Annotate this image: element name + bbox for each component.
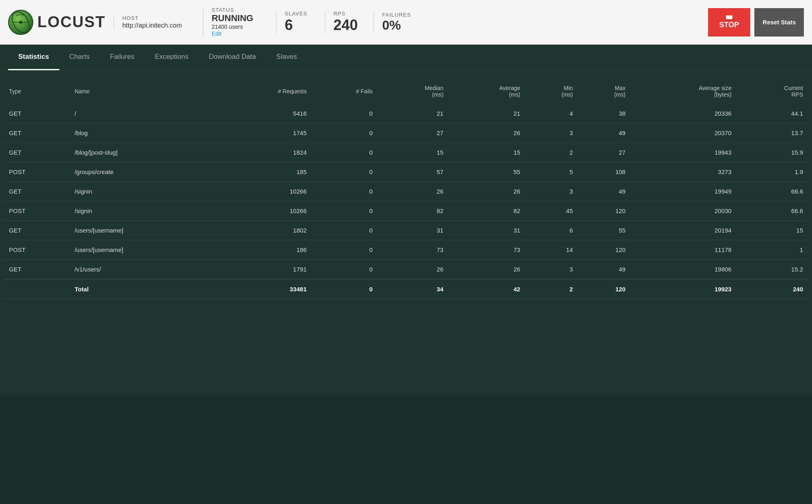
col-fails: # Fails [311,79,378,104]
cell-requests: 1745 [216,123,311,143]
cell-max: 120 [578,201,631,221]
tab-charts[interactable]: Charts [59,45,100,70]
cell-average: 82 [448,201,525,221]
cell-type: POST [4,162,70,182]
cell-avg-size: 20030 [631,201,736,221]
stop-label: STOP [719,21,739,29]
cell-rps: 13.7 [736,123,808,143]
cell-max: 49 [578,123,631,143]
nav-tabs: Statistics Charts Failures Exceptions Do… [0,45,812,71]
tab-slaves[interactable]: Slaves [266,45,307,70]
cell-max: 49 [578,182,631,201]
total-median: 34 [378,279,448,299]
host-value: http://api.initech.com [122,22,195,29]
cell-min: 3 [525,182,578,201]
host-label: HOST [122,15,195,21]
rps-section: RPS 240 [325,11,365,34]
cell-max: 49 [578,260,631,280]
tab-failures[interactable]: Failures [100,45,145,70]
table-row: GET / 5416 0 21 21 4 38 20336 44.1 [4,104,808,123]
col-median: Median(ms) [378,79,448,104]
cell-avg-size: 11178 [631,240,736,260]
cell-type: GET [4,143,70,162]
cell-min: 2 [525,143,578,162]
cell-rps: 15 [736,221,808,240]
status-label: STATUS [212,7,268,13]
cell-requests: 186 [216,240,311,260]
tab-exceptions[interactable]: Exceptions [145,45,199,70]
logo-text: LOCUST [37,13,106,31]
table-row: GET /users/[username] 1802 0 31 31 6 55 … [4,221,808,240]
cell-name: /signin [70,182,216,201]
cell-max: 55 [578,221,631,240]
svg-point-3 [19,21,22,24]
cell-avg-size: 19949 [631,182,736,201]
cell-median: 31 [378,221,448,240]
cell-requests: 5416 [216,104,311,123]
cell-avg-size: 3273 [631,162,736,182]
cell-avg-size: 20370 [631,123,736,143]
cell-median: 21 [378,104,448,123]
table-row: GET /v1/users/ 1791 0 26 26 3 49 19806 1… [4,260,808,280]
total-fails: 0 [311,279,378,299]
col-current-rps: CurrentRPS [736,79,808,104]
rps-label: RPS [333,11,365,17]
rps-value: 240 [333,17,365,34]
cell-rps: 44.1 [736,104,808,123]
cell-type: GET [4,123,70,143]
table-row: GET /blog 1745 0 27 26 3 49 20370 13.7 [4,123,808,143]
total-average: 42 [448,279,525,299]
cell-max: 108 [578,162,631,182]
cell-median: 73 [378,240,448,260]
tab-statistics[interactable]: Statistics [8,45,59,70]
cell-name: / [70,104,216,123]
cell-fails: 0 [311,143,378,162]
cell-name: /users/[username] [70,221,216,240]
cell-type: POST [4,201,70,221]
cell-requests: 10266 [216,201,311,221]
cell-median: 26 [378,260,448,280]
cell-name: /v1/users/ [70,260,216,280]
cell-fails: 0 [311,162,378,182]
table-row: POST /signin 10266 0 82 82 45 120 20030 … [4,201,808,221]
stop-button[interactable]: STOP [708,8,751,37]
failures-value: 0% [382,18,414,33]
reset-stats-button[interactable]: Reset Stats [754,8,804,37]
cell-max: 38 [578,104,631,123]
logo-area: LOCUST [8,10,106,35]
cell-type: GET [4,182,70,201]
cell-type: GET [4,260,70,280]
failures-label: FAILURES [382,12,414,18]
cell-name: /blog/[post-slug] [70,143,216,162]
table-row: GET /signin 10266 0 26 26 3 49 19949 66.… [4,182,808,201]
status-edit-link[interactable]: Edit [212,30,221,37]
table-container: Type Name # Requests # Fails Median(ms) … [0,71,812,395]
cell-requests: 1791 [216,260,311,280]
cell-min: 5 [525,162,578,182]
col-average: Average(ms) [448,79,525,104]
cell-fails: 0 [311,201,378,221]
header-buttons: STOP Reset Stats [708,8,804,37]
cell-average: 26 [448,123,525,143]
tab-download-data[interactable]: Download Data [199,45,266,70]
slaves-label: SLAVES [285,11,317,17]
cell-type: GET [4,104,70,123]
statistics-table: Type Name # Requests # Fails Median(ms) … [4,79,808,299]
cell-average: 73 [448,240,525,260]
stop-icon [726,15,732,19]
col-avg-size: Average size(bytes) [631,79,736,104]
table-row: POST /groups/create 185 0 57 55 5 108 32… [4,162,808,182]
cell-fails: 0 [311,104,378,123]
cell-requests: 10266 [216,182,311,201]
col-requests: # Requests [216,79,311,104]
cell-average: 15 [448,143,525,162]
cell-name: /signin [70,201,216,221]
cell-min: 14 [525,240,578,260]
cell-min: 6 [525,221,578,240]
total-avg-size: 19923 [631,279,736,299]
table-row: POST /users/[username] 186 0 73 73 14 12… [4,240,808,260]
cell-min: 45 [525,201,578,221]
cell-median: 82 [378,201,448,221]
cell-rps: 66.6 [736,201,808,221]
total-type [4,279,70,299]
